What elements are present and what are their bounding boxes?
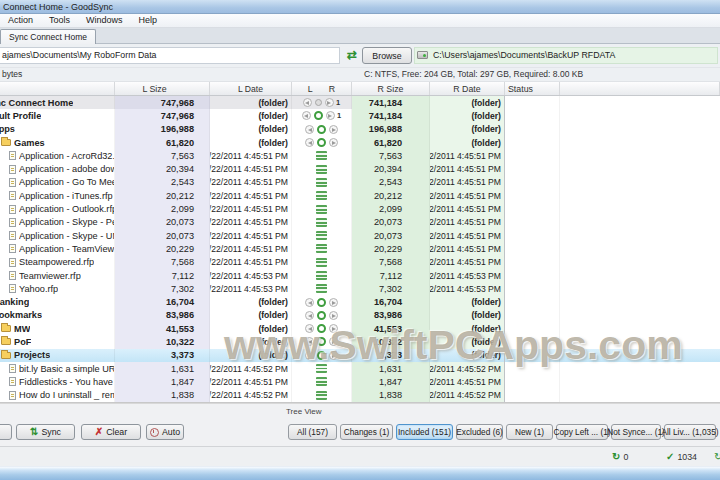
copy-right-icon[interactable] xyxy=(329,125,338,134)
table-row[interactable]: Application - AcroRd32.rfp 7,563 9/22/20… xyxy=(0,149,720,162)
row-sync-direction[interactable] xyxy=(292,136,352,149)
table-row[interactable]: Teamviewer.rfp 7,112 9/22/2011 4:45:53 P… xyxy=(0,269,720,282)
column-header-l-date[interactable]: L Date xyxy=(210,82,292,95)
table-row[interactable]: Apps 196,988 (folder) 196,988 (folder) xyxy=(0,123,720,136)
copy-right-icon[interactable] xyxy=(329,337,338,346)
no-sync-icon[interactable] xyxy=(314,111,323,120)
table-row[interactable]: How do I uninstall _ remove an iPad Ap..… xyxy=(0,389,720,402)
row-sync-direction[interactable] xyxy=(292,269,352,282)
row-sync-direction[interactable] xyxy=(292,242,352,255)
row-sync-direction[interactable] xyxy=(292,216,352,229)
copy-left-icon[interactable] xyxy=(305,311,314,320)
table-row[interactable]: Fiddlesticks - You have scored an Ace! .… xyxy=(0,375,720,388)
copy-left-icon[interactable] xyxy=(305,298,314,307)
left-folder-path-field[interactable]: ajames\Documents\My RoboForm Data xyxy=(0,47,340,64)
row-sync-direction[interactable] xyxy=(292,189,352,202)
filter-copy-left-1[interactable]: Copy Left ... (1) xyxy=(556,424,608,440)
row-sync-direction[interactable]: 1 xyxy=(292,109,352,122)
no-sync-icon[interactable] xyxy=(317,138,326,147)
copy-right-icon[interactable] xyxy=(329,324,338,333)
table-row[interactable]: Application - Skype - UMFCanada.rfp 20,0… xyxy=(0,229,720,242)
row-sync-direction[interactable] xyxy=(292,322,352,335)
table-row[interactable]: Application - Skype - Personal.rfp 20,07… xyxy=(0,216,720,229)
row-sync-direction[interactable] xyxy=(292,362,352,375)
menu-windows[interactable]: Windows xyxy=(78,14,131,27)
sync-direction-icon[interactable]: ⇄ xyxy=(345,48,359,62)
menu-help[interactable]: Help xyxy=(131,14,166,27)
row-sync-direction[interactable] xyxy=(292,162,352,175)
row-sync-direction[interactable] xyxy=(292,123,352,136)
filter-new-1[interactable]: New (1) xyxy=(506,424,553,440)
copy-left-icon[interactable] xyxy=(305,351,314,360)
filter-excluded-6[interactable]: Excluded (6) xyxy=(456,424,503,440)
no-sync-icon[interactable] xyxy=(317,311,326,320)
table-row[interactable]: Bookmarks 83,986 (folder) 83,986 (folder… xyxy=(0,309,720,322)
copy-left-icon[interactable] xyxy=(305,125,314,134)
right-folder-path-field[interactable]: C:\Users\ajames\Documents\BackUP RFDATA xyxy=(414,47,718,64)
table-row[interactable]: Application - Outlook.rfp 2,099 9/22/201… xyxy=(0,202,720,215)
table-row[interactable]: Application - TeamViewer - 1.rfp 20,229 … xyxy=(0,242,720,255)
table-row[interactable]: Projects 3,373 (folder) 3,373 (folder) xyxy=(0,349,720,362)
table-row[interactable]: Games 61,820 (folder) 61,820 (folder) xyxy=(0,136,720,149)
copy-right-icon[interactable] xyxy=(329,138,338,147)
column-header-r-date[interactable]: R Date xyxy=(430,82,505,95)
row-sync-direction[interactable] xyxy=(292,202,352,215)
menu-tools[interactable]: Tools xyxy=(41,14,78,27)
filter-all-157[interactable]: All (157) xyxy=(288,424,337,440)
row-sync-direction[interactable] xyxy=(292,295,352,308)
row-sync-direction[interactable]: 1 xyxy=(292,96,352,109)
table-row[interactable]: Sync Connect Home 747,968 (folder) 1 741… xyxy=(0,96,720,109)
filter-not-synce-1[interactable]: Not Synce... (1) xyxy=(611,424,661,440)
copy-right-icon[interactable] xyxy=(329,351,338,360)
column-header-l-size[interactable]: L Size xyxy=(115,82,210,95)
copy-right-icon[interactable] xyxy=(329,311,338,320)
cropped-button[interactable] xyxy=(0,424,12,440)
row-sync-direction[interactable] xyxy=(292,375,352,388)
no-sync-icon[interactable] xyxy=(317,351,326,360)
column-header-directions[interactable]: L R xyxy=(292,82,352,95)
table-row[interactable]: Steampowered.rfp 7,568 9/22/2011 4:45:51… xyxy=(0,256,720,269)
filter-all-liv-1-035[interactable]: All Liv... (1,035) xyxy=(664,424,716,440)
copy-left-icon[interactable] xyxy=(305,138,314,147)
column-header-status[interactable]: Status xyxy=(505,82,560,95)
filter-included-151[interactable]: Included (151) xyxy=(396,424,453,440)
table-row[interactable]: Banking 16,704 (folder) 16,704 (folder) xyxy=(0,295,720,308)
sync-button[interactable]: ⇅Sync xyxy=(16,424,75,440)
copy-left-icon[interactable] xyxy=(302,111,311,120)
column-header-name[interactable] xyxy=(0,82,115,95)
row-sync-direction[interactable] xyxy=(292,149,352,162)
title-bar[interactable]: Connect Home - GoodSync xyxy=(0,0,720,14)
copy-left-icon[interactable] xyxy=(303,98,312,107)
table-row[interactable]: Application - Go To Meeting.rfp 2,543 9/… xyxy=(0,176,720,189)
no-sync-icon[interactable] xyxy=(317,298,326,307)
row-sync-direction[interactable] xyxy=(292,176,352,189)
column-header-r-size[interactable]: R Size xyxy=(352,82,430,95)
table-row[interactable]: Yahoo.rfp 7,302 9/22/2011 4:45:53 PM 7,3… xyxy=(0,282,720,295)
table-row[interactable]: Default Profile 747,968 (folder) 1 741,1… xyxy=(0,109,720,122)
row-sync-direction[interactable] xyxy=(292,349,352,362)
tab-sync-connect-home[interactable]: Sync Connect Home xyxy=(0,29,96,44)
filter-changes-1[interactable]: Changes (1) xyxy=(340,424,393,440)
copy-left-icon[interactable] xyxy=(305,324,314,333)
menu-action[interactable]: Action xyxy=(0,14,41,27)
no-sync-icon[interactable] xyxy=(317,125,326,134)
row-sync-direction[interactable] xyxy=(292,256,352,269)
table-row[interactable]: MW 41,553 (folder) 41,553 (folder) xyxy=(0,322,720,335)
table-row[interactable]: PoF 10,322 (folder) 10,322 (folder) xyxy=(0,335,720,348)
browse-button[interactable]: Browse xyxy=(362,47,412,64)
clear-button[interactable]: ✗Clear xyxy=(81,424,141,440)
row-sync-direction[interactable] xyxy=(292,389,352,402)
auto-button[interactable]: Auto xyxy=(146,424,184,440)
row-sync-direction[interactable] xyxy=(292,335,352,348)
row-sync-direction[interactable] xyxy=(292,309,352,322)
row-sync-direction[interactable] xyxy=(292,282,352,295)
table-row[interactable]: Application - adobe download assistant..… xyxy=(0,162,720,175)
table-row[interactable]: Application - iTunes.rfp 20,212 9/22/201… xyxy=(0,189,720,202)
copy-right-icon[interactable] xyxy=(325,98,334,107)
copy-left-icon[interactable] xyxy=(305,337,314,346)
no-sync-icon[interactable] xyxy=(315,99,322,106)
table-row[interactable]: bit.ly Basic a simple URL shortener.rfb … xyxy=(0,362,720,375)
copy-right-icon[interactable] xyxy=(329,298,338,307)
no-sync-icon[interactable] xyxy=(317,324,326,333)
no-sync-icon[interactable] xyxy=(317,337,326,346)
